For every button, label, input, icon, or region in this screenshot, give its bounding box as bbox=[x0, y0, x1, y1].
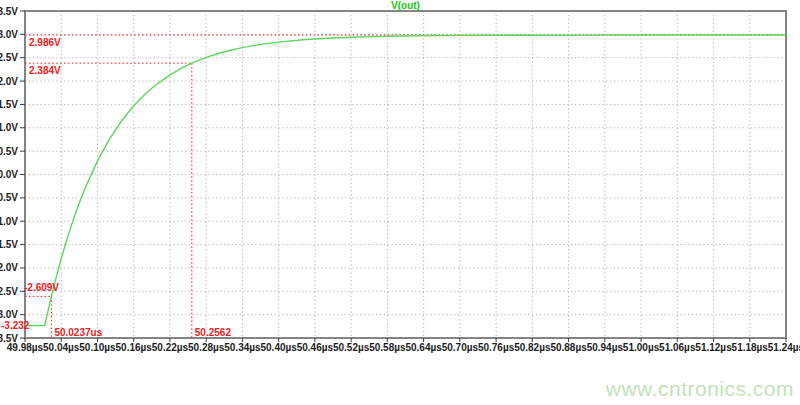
plot-title[interactable]: V(out) bbox=[391, 0, 420, 11]
vout-trace[interactable] bbox=[25, 35, 786, 326]
x-tick-label: 50.76µs bbox=[478, 342, 515, 353]
cursor-time-label[interactable]: 50.2562 bbox=[195, 327, 232, 338]
x-tick-label: 50.28µs bbox=[188, 342, 225, 353]
x-tick-label: 51.18µs bbox=[732, 342, 769, 353]
x-tick-label: 50.94µs bbox=[587, 342, 624, 353]
x-tick-label: 50.10µs bbox=[79, 342, 116, 353]
y-tick-label: -1.0V bbox=[0, 216, 18, 227]
y-tick-label: 0.5V bbox=[0, 146, 18, 157]
cursor-value-label[interactable]: 2.986V bbox=[29, 37, 61, 48]
x-tick-label: 50.82µs bbox=[514, 342, 551, 353]
watermark: www.cntronics.com bbox=[606, 377, 794, 401]
y-tick-label: 3.5V bbox=[0, 6, 18, 17]
x-tick-label: 50.40µs bbox=[260, 342, 297, 353]
cursor-layer bbox=[25, 35, 786, 338]
x-tick-label: 51.00µs bbox=[623, 342, 660, 353]
x-tick-label: 50.34µs bbox=[224, 342, 261, 353]
cursor-value-label[interactable]: -2.609V bbox=[24, 282, 59, 293]
y-tick-label: 0.0V bbox=[0, 169, 18, 180]
y-tick-label: 2.5V bbox=[0, 52, 18, 63]
grid-layer bbox=[25, 11, 786, 338]
y-tick-label: -0.5V bbox=[0, 192, 18, 203]
y-tick-label: 3.0V bbox=[0, 29, 18, 40]
x-tick-label: 49.98µs bbox=[7, 342, 44, 353]
x-tick-label: 50.52µs bbox=[333, 342, 370, 353]
y-tick-label: -3.0V bbox=[0, 309, 18, 320]
x-tick-label: 50.88µs bbox=[550, 342, 587, 353]
y-tick-label: 2.0V bbox=[0, 76, 18, 87]
y-tick-label: -1.5V bbox=[0, 239, 18, 250]
x-tick-label: 51.06µs bbox=[659, 342, 696, 353]
trace-start-value-label: -3.232 bbox=[1, 320, 30, 331]
cursor-label-layer: 2.986V2.384V-2.609V50.0237us50.2562-3.23… bbox=[1, 37, 231, 338]
x-tick-label: 50.46µs bbox=[297, 342, 334, 353]
x-tick-label: 51.12µs bbox=[695, 342, 732, 353]
x-tick-label: 50.16µs bbox=[116, 342, 153, 353]
x-tick-label: 50.64µs bbox=[405, 342, 442, 353]
cursor-time-label[interactable]: 50.0237us bbox=[54, 327, 102, 338]
x-tick-label: 50.58µs bbox=[369, 342, 406, 353]
x-tick-label: 51.24µs bbox=[768, 342, 800, 353]
y-tick-label: -2.5V bbox=[0, 286, 18, 297]
y-tick-label: 1.0V bbox=[0, 122, 18, 133]
y-tick-label: -2.0V bbox=[0, 262, 18, 273]
cursor-value-label[interactable]: 2.384V bbox=[29, 65, 61, 76]
trace-layer bbox=[25, 35, 786, 326]
x-tick-label: 50.70µs bbox=[442, 342, 479, 353]
x-tick-label: 50.04µs bbox=[43, 342, 80, 353]
waveform-plot[interactable]: 3.5V3.0V2.5V2.0V1.5V1.0V0.5V0.0V-0.5V-1.… bbox=[0, 0, 800, 405]
y-tick-label: 1.5V bbox=[0, 99, 18, 110]
waveform-window: 3.5V3.0V2.5V2.0V1.5V1.0V0.5V0.0V-0.5V-1.… bbox=[0, 0, 800, 405]
x-tick-label: 50.22µs bbox=[152, 342, 189, 353]
